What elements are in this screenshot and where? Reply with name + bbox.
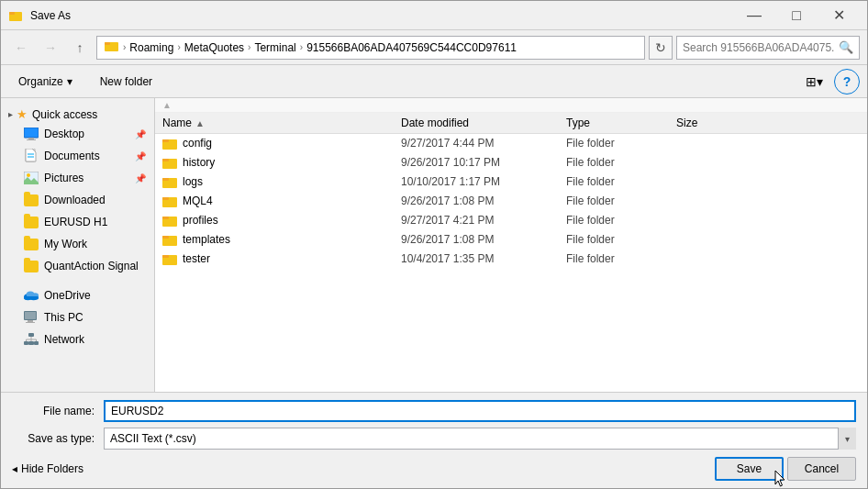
file-name-text: profiles	[183, 214, 218, 227]
filename-input[interactable]	[104, 400, 856, 422]
minimize-button[interactable]: —	[733, 1, 775, 30]
svg-rect-33	[162, 139, 169, 142]
file-type-cell: File folder	[566, 214, 676, 227]
svg-rect-41	[162, 217, 169, 219]
back-button[interactable]: ←	[8, 35, 34, 61]
col-header-date[interactable]: Date modified	[401, 117, 566, 129]
sidebar-item-documents[interactable]: Documents 📌	[1, 145, 154, 167]
sidebar-item-mywork[interactable]: My Work	[1, 233, 154, 255]
svg-rect-23	[28, 333, 34, 337]
search-input[interactable]	[683, 41, 835, 54]
file-list: ▲ Name ▲ Date modified Type Size	[155, 98, 867, 392]
hide-folders-chevron: ◂	[12, 462, 17, 475]
col-header-size[interactable]: Size	[676, 117, 860, 129]
sidebar-item-downloaded-label: Downloaded	[44, 194, 106, 206]
documents-icon	[24, 149, 39, 163]
sidebar-item-mywork-label: My Work	[44, 238, 87, 250]
filetype-select[interactable]: ASCII Text (*.csv) CSV (Comma delimited)…	[104, 428, 856, 450]
svg-rect-1	[9, 12, 15, 15]
crumb-metaquotes: MetaQuotes	[184, 41, 244, 54]
organize-arrow-icon: ▾	[67, 75, 72, 88]
save-button[interactable]: Save	[715, 457, 784, 481]
sidebar-item-pictures-label: Pictures	[44, 172, 83, 184]
table-row[interactable]: history 9/26/2017 10:17 PM File folder	[155, 153, 867, 172]
quick-access-header[interactable]: ▸ ★ Quick access	[1, 102, 154, 123]
help-button[interactable]: ?	[834, 69, 860, 94]
filetype-select-wrapper: ASCII Text (*.csv) CSV (Comma delimited)…	[104, 428, 856, 450]
svg-rect-35	[162, 159, 169, 161]
downloaded-folder-icon	[24, 193, 39, 207]
filename-label: File name:	[12, 405, 104, 417]
sidebar-item-eurusd[interactable]: EURUSD H1	[1, 211, 154, 233]
view-button[interactable]: ⊞ ▾	[801, 70, 827, 94]
sidebar-item-network[interactable]: Network	[1, 328, 154, 350]
table-row[interactable]: tester 10/4/2017 1:35 PM File folder	[155, 250, 867, 269]
forward-button[interactable]: →	[38, 35, 63, 61]
desktop-icon	[24, 127, 39, 141]
main-content: ▸ ★ Quick access Desktop 📌	[1, 98, 867, 392]
crumb-terminal: Terminal	[254, 41, 295, 54]
save-button-wrapper: Save	[715, 457, 784, 481]
sidebar-item-downloaded[interactable]: Downloaded	[1, 189, 154, 211]
sidebar-item-quantaction[interactable]: QuantAction Signal	[1, 255, 154, 277]
svg-rect-22	[26, 322, 35, 323]
file-name-cell: profiles	[162, 214, 401, 227]
filetype-row: Save as type: ASCII Text (*.csv) CSV (Co…	[12, 428, 856, 450]
title-bar: Save As — □ ✕	[1, 1, 867, 30]
file-date-cell: 9/27/2017 4:21 PM	[401, 214, 566, 227]
close-button[interactable]: ✕	[818, 1, 860, 30]
svg-rect-25	[34, 341, 39, 345]
file-date-cell: 9/27/2017 4:44 PM	[401, 137, 566, 150]
sidebar-item-pictures[interactable]: Pictures 📌	[1, 167, 154, 189]
file-name-text: logs	[183, 175, 203, 188]
folder-icon	[162, 194, 177, 207]
file-date-cell: 9/26/2017 10:17 PM	[401, 156, 566, 169]
crumb-guid: 915566BA06ADA407569C544CC0D97611	[306, 41, 517, 54]
file-name-text: config	[183, 137, 212, 150]
window-controls: — □ ✕	[733, 1, 860, 30]
refresh-button[interactable]: ↻	[649, 36, 673, 60]
sidebar-item-thispc[interactable]: This PC	[1, 306, 154, 328]
search-box[interactable]: 🔍	[676, 36, 860, 60]
svg-rect-20	[25, 312, 36, 319]
hide-folders-button[interactable]: ◂ Hide Folders	[12, 462, 83, 475]
cancel-button[interactable]: Cancel	[787, 457, 856, 481]
filename-row: File name:	[12, 400, 856, 422]
col-header-name[interactable]: Name ▲	[162, 117, 401, 129]
organize-button[interactable]: Organize ▾	[8, 70, 83, 94]
address-crumbs: › Roaming › MetaQuotes › Terminal › 9155…	[105, 39, 517, 55]
sidebar-item-documents-label: Documents	[44, 150, 100, 162]
up-button[interactable]: ↑	[67, 35, 93, 61]
sidebar-item-desktop[interactable]: Desktop 📌	[1, 123, 154, 145]
crumb-sep-2: ›	[177, 42, 180, 52]
file-date-cell: 9/26/2017 1:08 PM	[401, 194, 566, 207]
view-icon: ⊞	[806, 74, 817, 89]
table-row[interactable]: profiles 9/27/2017 4:21 PM File folder	[155, 211, 867, 230]
crumb-folder-icon	[105, 39, 119, 55]
table-row[interactable]: logs 10/10/2017 1:17 PM File folder	[155, 172, 867, 192]
new-folder-button[interactable]: New folder	[90, 70, 162, 94]
file-list-header: Name ▲ Date modified Type Size	[155, 113, 867, 134]
quick-access-label: Quick access	[32, 108, 97, 121]
eurusd-folder-icon	[24, 215, 39, 229]
folder-icon	[162, 233, 177, 246]
folder-icon	[162, 214, 177, 227]
sidebar-item-network-label: Network	[44, 333, 84, 346]
table-row[interactable]: MQL4 9/26/2017 1:08 PM File folder	[155, 192, 867, 211]
file-name-text: tester	[183, 252, 210, 265]
sidebar-item-onedrive[interactable]: OneDrive	[1, 284, 154, 306]
maximize-button[interactable]: □	[775, 1, 818, 30]
table-row[interactable]: templates 9/26/2017 1:08 PM File folder	[155, 230, 867, 250]
file-name-text: MQL4	[183, 194, 213, 207]
view-arrow-icon: ▾	[817, 74, 823, 89]
thispc-icon	[24, 310, 39, 325]
svg-rect-37	[162, 178, 169, 181]
address-bar-row: ← → ↑ › Roaming › MetaQuotes › Terminal …	[1, 30, 867, 65]
address-box[interactable]: › Roaming › MetaQuotes › Terminal › 9155…	[96, 36, 645, 60]
file-type-cell: File folder	[566, 175, 676, 188]
crumb-roaming: Roaming	[129, 41, 173, 54]
file-date-cell: 10/10/2017 1:17 PM	[401, 175, 566, 188]
table-row[interactable]: config 9/27/2017 4:44 PM File folder	[155, 134, 867, 153]
svg-rect-21	[28, 320, 33, 322]
col-header-type[interactable]: Type	[566, 117, 676, 129]
